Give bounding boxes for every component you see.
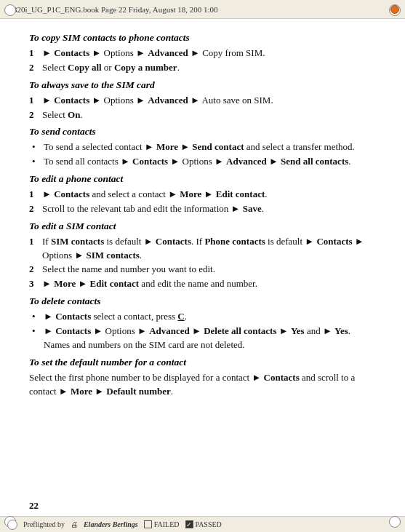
passed-label: PASSED xyxy=(196,520,222,528)
delete-bullet1: • ► Contacts select a contact, press C. xyxy=(29,310,376,324)
main-content: To copy SIM contacts to phone contacts 1… xyxy=(0,19,405,497)
always-save-step2: 2 Select On. xyxy=(29,108,376,122)
step-content-es1: If SIM contacts is default ► Contacts. I… xyxy=(42,235,376,263)
section-edit-sim-title: To edit a SIM contact xyxy=(29,221,376,232)
step-num-es2: 2 xyxy=(29,263,39,277)
step-num-es3: 3 xyxy=(29,277,39,291)
copy-sim-step1: 1 ► Contacts ► Options ► Advanced ► Copy… xyxy=(29,47,376,60)
step-content-es2: Select the name and number you want to e… xyxy=(42,263,376,277)
section-edit-phone-title: To edit a phone contact xyxy=(29,173,376,185)
step-num-2: 2 xyxy=(29,61,39,75)
default-number-desc: Select the first phone number to be disp… xyxy=(29,371,376,399)
top-bar-title: K320i_UG_P1C_ENG.book Page 22 Friday, Au… xyxy=(7,5,218,14)
always-save-step1: 1 ► Contacts ► Options ► Advanced ► Auto… xyxy=(29,94,376,108)
edit-sim-step1: 1 If SIM contacts is default ► Contacts.… xyxy=(29,235,376,263)
step-content-as2: Select On. xyxy=(42,108,376,122)
step-content: ► Contacts ► Options ► Advanced ► Copy f… xyxy=(42,47,376,60)
section-send-contacts-title: To send contacts xyxy=(29,126,376,138)
company-name: Elanders Berlings xyxy=(84,520,138,528)
page-number: 22 xyxy=(29,500,39,511)
bullet-dot-d2: • xyxy=(32,325,42,338)
orange-dot xyxy=(390,5,399,14)
bottom-bar: Preflighted by 🖨 Elanders Berlings FAILE… xyxy=(0,516,405,532)
step-num: 1 xyxy=(29,47,39,60)
bullet-dot-1: • xyxy=(32,140,42,154)
edit-sim-step2: 2 Select the name and number you want to… xyxy=(29,263,376,277)
preflight-label: Preflighted by xyxy=(23,520,65,528)
step-content-ep2: Scroll to the relevant tab and edit the … xyxy=(42,202,376,216)
edit-phone-step1: 1 ► Contacts and select a contact ► More… xyxy=(29,188,376,202)
step-content-2: Select Copy all or Copy a number. xyxy=(42,61,376,75)
printer-icon: 🖨 xyxy=(71,520,78,528)
section-edit-sim: To edit a SIM contact 1 If SIM contacts … xyxy=(29,221,376,291)
section-copy-sim: To copy SIM contacts to phone contacts 1… xyxy=(29,32,376,75)
step-num-es1: 1 xyxy=(29,235,39,249)
bullet-content-1: To send a selected contact ► More ► Send… xyxy=(44,140,376,154)
edit-sim-step3: 3 ► More ► Edit contact and edit the nam… xyxy=(29,277,376,291)
step-num-as1: 1 xyxy=(29,94,39,108)
section-copy-sim-title: To copy SIM contacts to phone contacts xyxy=(29,32,376,44)
step-content-as1: ► Contacts ► Options ► Advanced ► Auto s… xyxy=(42,94,376,108)
section-default-number: To set the default number for a contact … xyxy=(29,357,376,399)
passed-checkbox-group: ✓ PASSED xyxy=(185,520,222,528)
step-num-ep1: 1 xyxy=(29,188,39,202)
step-content-es3: ► More ► Edit contact and edit the name … xyxy=(42,277,376,291)
send-bullet2: • To send all contacts ► Contacts ► Opti… xyxy=(29,155,376,169)
section-edit-phone: To edit a phone contact 1 ► Contacts and… xyxy=(29,173,376,216)
section-default-number-title: To set the default number for a contact xyxy=(29,357,376,368)
section-always-save-title: To always save to the SIM card xyxy=(29,79,376,91)
edit-phone-step2: 2 Scroll to the relevant tab and edit th… xyxy=(29,202,376,216)
failed-label: FAILED xyxy=(154,520,180,528)
step-num-as2: 2 xyxy=(29,108,39,122)
copy-sim-step2: 2 Select Copy all or Copy a number. xyxy=(29,61,376,75)
section-delete-contacts-title: To delete contacts xyxy=(29,295,376,307)
bullet-content-2: To send all contacts ► Contacts ► Option… xyxy=(44,155,376,169)
bullet-dot-2: • xyxy=(32,155,42,169)
failed-checkbox-group: FAILED xyxy=(144,520,180,528)
step-num-ep2: 2 xyxy=(29,202,39,216)
section-delete-contacts: To delete contacts • ► Contacts select a… xyxy=(29,295,376,352)
failed-checkbox xyxy=(144,520,152,528)
page-wrapper: K320i_UG_P1C_ENG.book Page 22 Friday, Au… xyxy=(0,0,405,532)
page-number-area: 22 xyxy=(0,497,405,516)
send-bullet1: • To send a selected contact ► More ► Se… xyxy=(29,140,376,154)
bottom-corner-mark xyxy=(7,520,17,530)
section-send-contacts: To send contacts • To send a selected co… xyxy=(29,126,376,169)
section-always-save: To always save to the SIM card 1 ► Conta… xyxy=(29,79,376,122)
bullet-dot-d1: • xyxy=(32,310,42,324)
step-content-ep1: ► Contacts and select a contact ► More ►… xyxy=(42,188,376,202)
top-bar: K320i_UG_P1C_ENG.book Page 22 Friday, Au… xyxy=(0,0,405,19)
passed-checkbox: ✓ xyxy=(185,520,193,528)
bullet-content-d1: ► Contacts select a contact, press C. xyxy=(44,310,376,324)
delete-bullet2: • ► Contacts ► Options ► Advanced ► Dele… xyxy=(29,325,376,352)
bullet-content-d2: ► Contacts ► Options ► Advanced ► Delete… xyxy=(44,325,376,352)
